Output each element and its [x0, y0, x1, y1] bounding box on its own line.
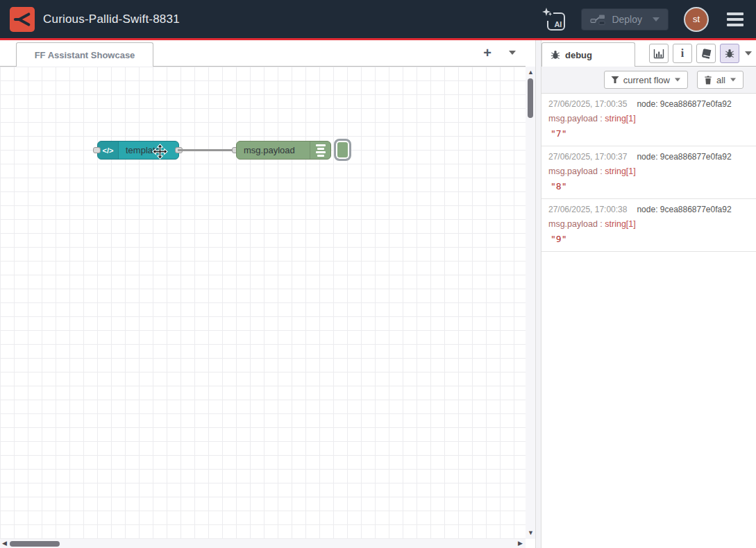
- bug-icon: [725, 49, 734, 58]
- add-flow-button[interactable]: +: [478, 44, 496, 62]
- debug-panel-button[interactable]: [720, 44, 739, 63]
- debug-tab-label: debug: [565, 50, 592, 60]
- message-property-path: msg.payload :: [548, 219, 605, 229]
- message-node-id: node: 9cea886877e0fa92: [637, 205, 731, 214]
- tab-ff-assistant-showcase[interactable]: FF Assistant Showcase: [16, 42, 153, 67]
- deploy-button[interactable]: Deploy: [581, 8, 669, 31]
- header: Curious-Pallid-Swift-8831 AI D: [0, 0, 756, 40]
- filter-label: current flow: [623, 75, 670, 85]
- header-actions: AI Deploy st: [542, 7, 746, 32]
- dashboard-chart-button[interactable]: [649, 44, 669, 63]
- debug-clear-button[interactable]: all: [697, 71, 744, 89]
- template-code-icon: </>: [98, 142, 119, 159]
- message-node-id: node: 9cea886877e0fa92: [637, 99, 731, 109]
- instance-title: Curious-Pallid-Swift-8831: [43, 12, 180, 26]
- main-menu-button[interactable]: [724, 10, 746, 29]
- scroll-left-arrow[interactable]: ◀: [2, 540, 7, 547]
- vertical-scroll-thumb[interactable]: [528, 78, 533, 118]
- clear-caret: [730, 78, 736, 82]
- flow-list-caret[interactable]: [509, 51, 516, 55]
- message-type: string[1]: [605, 219, 635, 229]
- debug-filter-button[interactable]: current flow: [604, 71, 688, 89]
- trash-icon: [704, 76, 712, 85]
- debug-message[interactable]: 27/06/2025, 17:00:35 node: 9cea886877e0f…: [541, 94, 756, 146]
- ai-assistant-button[interactable]: AI: [542, 8, 566, 31]
- message-timestamp: 27/06/2025, 17:00:35: [548, 99, 627, 109]
- tab-label: FF Assistant Showcase: [35, 50, 135, 60]
- template-input-port[interactable]: [93, 147, 101, 153]
- message-property-path: msg.payload :: [548, 114, 605, 123]
- sidebar: debug i: [541, 40, 756, 548]
- info-panel-button[interactable]: i: [673, 44, 692, 63]
- console-lines-icon: [310, 142, 330, 159]
- info-icon: i: [681, 48, 684, 59]
- debug-toolbar: current flow all: [541, 67, 756, 94]
- message-timestamp: 27/06/2025, 17:00:38: [548, 205, 627, 214]
- message-timestamp: 27/06/2025, 17:00:37: [548, 152, 627, 162]
- deploy-dropdown-caret[interactable]: [653, 17, 660, 22]
- flow-canvas[interactable]: </> template msg.payload: [0, 67, 526, 539]
- book-icon: [700, 47, 712, 60]
- sparkle-icon: [542, 8, 553, 21]
- template-node[interactable]: </> template: [97, 141, 179, 160]
- help-panel-button[interactable]: [696, 44, 716, 63]
- message-type: string[1]: [605, 114, 635, 123]
- canvas-vertical-scrollbar[interactable]: ▲ ▼: [526, 67, 535, 539]
- branch-glyph: [13, 10, 31, 28]
- scroll-down-arrow[interactable]: ▼: [528, 530, 534, 536]
- user-avatar[interactable]: st: [684, 7, 709, 32]
- filter-caret: [675, 78, 680, 82]
- message-value: "8": [548, 181, 749, 191]
- node-red-editor: Curious-Pallid-Swift-8831 AI D: [0, 0, 756, 548]
- sidebar-splitter[interactable]: [535, 40, 541, 548]
- debug-enable-toggle[interactable]: [334, 139, 351, 161]
- bug-icon: [551, 50, 560, 60]
- debug-message[interactable]: 27/06/2025, 17:00:37 node: 9cea886877e0f…: [541, 146, 756, 199]
- scroll-right-arrow[interactable]: ▶: [518, 540, 523, 547]
- debug-node-label: msg.payload: [237, 145, 302, 155]
- clear-label: all: [716, 75, 725, 85]
- bar-chart-icon: [653, 48, 664, 59]
- scroll-up-arrow[interactable]: ▲: [528, 69, 534, 76]
- wire-template-to-debug[interactable]: [178, 149, 237, 151]
- hamburger-icon: [727, 12, 744, 15]
- sidebar-tabbar: debug i: [541, 40, 756, 67]
- deploy-label: Deploy: [612, 14, 642, 25]
- funnel-icon: [611, 76, 619, 84]
- horizontal-scroll-thumb[interactable]: [10, 541, 60, 547]
- message-value: "9": [548, 234, 749, 244]
- flowfuse-logo-icon[interactable]: [10, 7, 35, 32]
- sidebar-panel-buttons: i: [649, 44, 739, 63]
- avatar-initials: st: [693, 14, 700, 24]
- message-type: string[1]: [605, 166, 635, 176]
- sidebar-overflow-caret[interactable]: [745, 51, 752, 55]
- tab-debug[interactable]: debug: [541, 42, 635, 67]
- debug-message-list: 27/06/2025, 17:00:35 node: 9cea886877e0f…: [541, 94, 756, 252]
- message-property-path: msg.payload :: [548, 166, 605, 176]
- deploy-nodes-icon: [590, 12, 605, 26]
- message-node-id: node: 9cea886877e0fa92: [637, 152, 731, 162]
- debug-node[interactable]: msg.payload: [236, 141, 331, 160]
- message-value: "7": [548, 128, 749, 139]
- workspace-tabbar: FF Assistant Showcase +: [0, 40, 526, 67]
- template-node-label: template: [119, 145, 167, 155]
- canvas-horizontal-scrollbar[interactable]: ◀ ▶: [0, 539, 526, 548]
- debug-message[interactable]: 27/06/2025, 17:00:38 node: 9cea886877e0f…: [541, 199, 756, 252]
